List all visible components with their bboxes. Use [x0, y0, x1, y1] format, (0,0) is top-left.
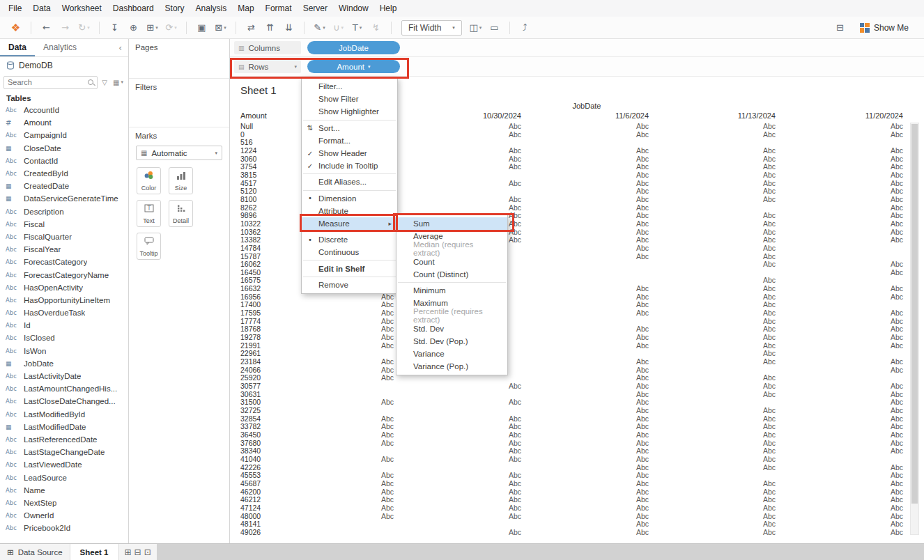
filters-shelf[interactable]: Filters: [129, 79, 229, 127]
field-contactid[interactable]: AbcContactId: [0, 155, 128, 167]
table-cell[interactable]: Abc: [734, 358, 776, 366]
column-header-11-6-2024[interactable]: 11/6/2024: [586, 111, 649, 120]
menu-item-format[interactable]: Format...: [302, 134, 397, 147]
menu-item-show-header[interactable]: ✓Show Header: [302, 147, 397, 160]
table-cell[interactable]: Abc: [861, 196, 903, 204]
table-cell[interactable]: Abc: [607, 358, 649, 366]
table-cell[interactable]: Abc: [734, 431, 776, 440]
table-cell[interactable]: Abc: [479, 398, 521, 407]
table-cell[interactable]: Abc: [479, 504, 521, 513]
filter-fields-button[interactable]: ▽: [100, 79, 109, 86]
table-cell[interactable]: Abc: [734, 131, 776, 139]
table-cell[interactable]: Abc: [607, 220, 649, 228]
menu-item-count-distinct[interactable]: Count (Distinct): [396, 268, 507, 281]
table-cell[interactable]: Abc: [479, 480, 521, 488]
new-worksheet-button[interactable]: ⊞▾: [144, 20, 161, 36]
table-cell[interactable]: Abc: [352, 431, 394, 440]
table-cell[interactable]: Abc: [861, 269, 903, 277]
table-cell[interactable]: Abc: [479, 513, 521, 521]
menu-item-format[interactable]: Format: [260, 0, 298, 17]
field-lastmodifieddate[interactable]: ▦LastModifiedDate: [0, 421, 128, 433]
mark-button-size[interactable]: Size: [169, 167, 193, 194]
table-cell[interactable]: Abc: [607, 407, 649, 415]
menu-item-attribute[interactable]: Attribute: [302, 205, 397, 217]
table-cell[interactable]: Abc: [352, 309, 394, 318]
table-cell[interactable]: Abc: [607, 334, 649, 342]
table-cell[interactable]: Abc: [479, 431, 521, 440]
field-name[interactable]: AbcName: [0, 484, 128, 497]
menu-item-percentile-requires-extract[interactable]: Percentile (requires extract): [396, 309, 507, 322]
field-forecastcategory[interactable]: AbcForecastCategory: [0, 256, 128, 268]
menu-item-variance[interactable]: Variance: [396, 348, 507, 360]
table-cell[interactable]: Abc: [479, 123, 521, 131]
table-cell[interactable]: Abc: [734, 309, 776, 318]
table-cell[interactable]: Abc: [352, 440, 394, 448]
show-mark-labels-button[interactable]: T▾: [348, 20, 366, 36]
table-cell[interactable]: Abc: [734, 147, 776, 155]
menu-item-continuous[interactable]: Continuous: [302, 246, 397, 258]
table-cell[interactable]: Abc: [479, 163, 521, 171]
menu-item-show-filter[interactable]: Show Filter: [302, 93, 397, 105]
table-cell[interactable]: Abc: [607, 309, 649, 318]
table-cell[interactable]: Abc: [861, 407, 903, 415]
field-iswon[interactable]: AbcIsWon: [0, 345, 128, 357]
table-cell[interactable]: Abc: [479, 180, 521, 188]
scrollbar-thumb[interactable]: [911, 124, 918, 504]
field-hasopenactivity[interactable]: AbcHasOpenActivity: [0, 281, 128, 294]
menu-item-remove[interactable]: Remove: [302, 279, 397, 291]
run-update-button[interactable]: ↯: [367, 20, 385, 36]
table-cell[interactable]: Abc: [861, 220, 903, 228]
view-options-button[interactable]: ▦▾: [111, 79, 125, 86]
field-createdbyid[interactable]: AbcCreatedById: [0, 167, 128, 180]
menu-item-window[interactable]: Window: [333, 0, 374, 17]
menu-item-dimension[interactable]: •Dimension: [302, 192, 397, 205]
add-data-source-button[interactable]: ⊕: [125, 20, 142, 36]
menu-item-file[interactable]: File: [3, 0, 27, 17]
table-cell[interactable]: Abc: [734, 407, 776, 415]
table-cell[interactable]: Abc: [734, 529, 776, 537]
field-lastvieweddate[interactable]: AbcLastViewedDate: [0, 458, 128, 471]
table-cell[interactable]: Abc: [861, 529, 903, 537]
connection-row[interactable]: DemoDB: [0, 57, 128, 74]
duplicate-sheet-button[interactable]: ▣: [193, 20, 210, 36]
vertical-scrollbar[interactable]: [910, 123, 919, 535]
table-cell[interactable]: Abc: [861, 171, 903, 180]
menu-item-std-dev-pop[interactable]: Std. Dev (Pop.): [396, 335, 507, 348]
row-header-value[interactable]: 8100: [240, 196, 256, 204]
table-cell[interactable]: Abc: [734, 391, 776, 399]
table-cell[interactable]: Abc: [734, 480, 776, 488]
field-lastamountchangedhis[interactable]: AbcLastAmountChangedHis...: [0, 382, 128, 395]
table-cell[interactable]: Abc: [607, 529, 649, 537]
field-ownerid[interactable]: AbcOwnerId: [0, 509, 128, 522]
table-cell[interactable]: Abc: [352, 358, 394, 366]
menu-item-analysis[interactable]: Analysis: [190, 0, 233, 17]
swap-axes-button[interactable]: ⇄: [242, 20, 260, 36]
menu-item-sum[interactable]: Sum: [396, 217, 507, 230]
table-cell[interactable]: Abc: [734, 244, 776, 253]
field-laststagechangedate[interactable]: AbcLastStageChangeDate: [0, 446, 128, 458]
field-lastreferenceddate[interactable]: AbcLastReferencedDate: [0, 433, 128, 446]
column-header-10-30-2024[interactable]: 10/30/2024: [459, 111, 521, 120]
row-header-label[interactable]: Amount: [240, 111, 267, 120]
field-fiscal[interactable]: AbcFiscal: [0, 218, 128, 231]
row-header-value[interactable]: 19278: [240, 334, 261, 342]
menu-item-edit-aliases[interactable]: Edit Aliases...: [302, 176, 397, 188]
table-cell[interactable]: Abc: [607, 196, 649, 204]
table-cell[interactable]: Abc: [607, 244, 649, 253]
mark-button-color[interactable]: Color: [137, 167, 161, 194]
table-cell[interactable]: Abc: [352, 504, 394, 513]
group-members-button[interactable]: ∪▾: [330, 20, 347, 36]
chevron-down-icon[interactable]: ▾: [368, 64, 371, 70]
table-cell[interactable]: Abc: [861, 504, 903, 513]
menu-item-minimum[interactable]: Minimum: [396, 284, 507, 297]
table-cell[interactable]: Abc: [607, 504, 649, 513]
sort-ascending-button[interactable]: ⇈: [261, 20, 279, 36]
field-description[interactable]: AbcDescription: [0, 205, 128, 218]
mark-button-tooltip[interactable]: Tooltip: [137, 233, 161, 260]
field-hasoverduetask[interactable]: AbcHasOverdueTask: [0, 306, 128, 319]
row-header-value[interactable]: 36450: [240, 431, 261, 440]
mark-button-text[interactable]: TText: [137, 200, 161, 227]
save-button[interactable]: ↧: [106, 20, 123, 36]
row-header-value[interactable]: 23184: [240, 358, 261, 366]
table-cell[interactable]: Abc: [607, 131, 649, 139]
